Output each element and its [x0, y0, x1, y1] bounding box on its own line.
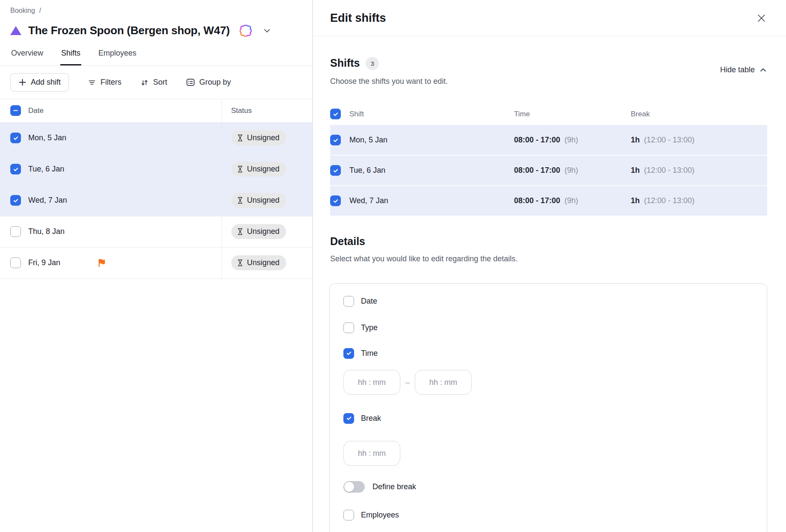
- breadcrumb-separator: /: [39, 7, 41, 15]
- define-break-row: Define break: [343, 481, 754, 493]
- title-chevron-down-icon[interactable]: [263, 26, 272, 35]
- shifts-subtitle: Choose the shifts you want to edit.: [330, 77, 448, 86]
- table-row[interactable]: Tue, 6 Jan Unsigned: [0, 154, 312, 185]
- tab-shifts[interactable]: Shifts: [60, 49, 81, 65]
- shifts-section-header: Shifts 3 Choose the shifts you want to e…: [313, 36, 786, 86]
- status-badge: Unsigned: [231, 130, 286, 145]
- group-by-icon: [186, 78, 195, 87]
- details-section-header: Details Select what you would like to ed…: [313, 216, 786, 263]
- row-break-time: (12:00 - 13:00): [644, 196, 694, 205]
- row-checkbox[interactable]: [10, 195, 21, 206]
- sort-button[interactable]: Sort: [140, 78, 167, 87]
- table-row[interactable]: Fri, 9 Jan Unsigned: [0, 247, 312, 278]
- row-time: 08:00 - 17:00: [514, 196, 560, 205]
- row-checkbox[interactable]: [330, 195, 341, 206]
- breadcrumb-booking-link[interactable]: Booking: [10, 7, 35, 15]
- hide-table-button[interactable]: Hide table: [720, 65, 767, 74]
- time-end-input[interactable]: [415, 370, 472, 395]
- row-date: Wed, 7 Jan: [349, 196, 514, 205]
- hourglass-icon: [237, 134, 243, 142]
- option-employees: Employees: [343, 509, 754, 520]
- row-duration: (9h): [564, 196, 578, 205]
- select-all-checkbox-indeterminate[interactable]: [10, 105, 21, 116]
- option-date: Date: [343, 296, 754, 307]
- hourglass-icon: [237, 197, 243, 204]
- table-row[interactable]: Thu, 8 Jan Unsigned: [0, 216, 312, 247]
- shifts-heading: Shifts: [330, 57, 360, 69]
- row-checkbox[interactable]: [10, 133, 21, 143]
- row-checkbox[interactable]: [330, 165, 341, 176]
- flag-icon: [98, 258, 106, 268]
- type-checkbox[interactable]: [343, 322, 354, 333]
- option-break: Break: [343, 413, 754, 424]
- time-checkbox[interactable]: [343, 348, 354, 359]
- group-by-button[interactable]: Group by: [186, 78, 231, 87]
- shifts-count-badge: 3: [366, 57, 379, 70]
- details-card: Date Type Time – Break: [329, 283, 767, 532]
- row-checkbox[interactable]: [330, 135, 341, 145]
- status-badge: Unsigned: [231, 193, 286, 208]
- employees-checkbox[interactable]: [343, 510, 354, 520]
- range-separator: –: [405, 378, 410, 387]
- column-header-date: Date: [28, 106, 44, 115]
- break-duration-input[interactable]: [343, 441, 400, 466]
- drawer-table-row[interactable]: Tue, 6 Jan 08:00 - 17:00 (9h) 1h (12:00 …: [330, 156, 767, 186]
- table-row[interactable]: Mon, 5 Jan Unsigned: [0, 122, 312, 154]
- status-badge: Unsigned: [231, 162, 286, 177]
- status-badge: Unsigned: [231, 255, 286, 270]
- plus-icon: [18, 78, 27, 86]
- row-break-time: (12:00 - 13:00): [644, 166, 694, 175]
- page-header: The Frozen Spoon (Bergen shop, W47): [0, 21, 312, 39]
- shift-list-table: Date Status Mon, 5 Jan Unsigned: [0, 99, 312, 279]
- toolbar: Add shift Filters Sort Group by: [0, 66, 312, 99]
- row-duration: (9h): [564, 136, 578, 145]
- gradient-squircle-icon: [239, 24, 252, 37]
- filters-button[interactable]: Filters: [88, 78, 121, 87]
- option-type: Type: [343, 322, 754, 333]
- row-duration: (9h): [564, 166, 578, 175]
- details-subtitle: Select what you would like to edit regar…: [330, 254, 767, 263]
- time-range-inputs: –: [343, 370, 754, 395]
- row-break-time: (12:00 - 13:00): [644, 136, 694, 145]
- sort-icon: [140, 78, 149, 87]
- drawer-column-shift: Shift: [349, 110, 514, 118]
- drawer-column-break: Break: [631, 110, 767, 118]
- add-shift-button[interactable]: Add shift: [10, 73, 69, 92]
- row-break: 1h: [631, 166, 640, 175]
- breadcrumb: Booking /: [0, 0, 312, 15]
- drawer-table-row[interactable]: Mon, 5 Jan 08:00 - 17:00 (9h) 1h (12:00 …: [330, 125, 767, 156]
- drawer-table-row[interactable]: Wed, 7 Jan 08:00 - 17:00 (9h) 1h (12:00 …: [330, 186, 767, 216]
- page-title: The Frozen Spoon (Bergen shop, W47): [28, 24, 230, 37]
- shifts-page-panel: Booking / The Frozen Spoon (Bergen shop,…: [0, 0, 313, 532]
- table-row[interactable]: Wed, 7 Jan Unsigned: [0, 185, 312, 216]
- row-date: Mon, 5 Jan: [349, 136, 514, 145]
- drawer-select-all-checkbox[interactable]: [330, 109, 341, 119]
- row-time: 08:00 - 17:00: [514, 136, 560, 145]
- details-heading: Details: [330, 235, 767, 248]
- row-date: Thu, 8 Jan: [28, 227, 65, 236]
- tab-overview[interactable]: Overview: [10, 49, 44, 65]
- hourglass-icon: [237, 228, 243, 235]
- filter-icon: [88, 78, 96, 87]
- option-time: Time: [343, 348, 754, 359]
- drawer-column-time: Time: [514, 110, 631, 118]
- date-checkbox[interactable]: [343, 296, 354, 307]
- row-date: Wed, 7 Jan: [28, 196, 67, 205]
- hourglass-icon: [237, 259, 243, 266]
- shift-list-header: Date Status: [0, 99, 312, 122]
- row-checkbox[interactable]: [10, 226, 21, 237]
- row-break: 1h: [631, 196, 640, 205]
- break-checkbox[interactable]: [343, 413, 354, 424]
- row-checkbox[interactable]: [10, 164, 21, 174]
- row-checkbox[interactable]: [10, 257, 21, 268]
- drawer-table-header: Shift Time Break: [330, 103, 767, 125]
- define-break-toggle[interactable]: [343, 481, 365, 493]
- time-start-input[interactable]: [343, 370, 400, 395]
- drawer-shift-table: Shift Time Break Mon, 5 Jan 08:00 - 17:0…: [330, 103, 767, 216]
- row-date: Mon, 5 Jan: [28, 133, 66, 142]
- drawer-title: Edit shifts: [330, 12, 386, 25]
- break-input-row: [343, 441, 754, 466]
- hourglass-icon: [237, 166, 243, 173]
- tab-employees[interactable]: Employees: [98, 49, 137, 65]
- close-icon[interactable]: [756, 12, 767, 24]
